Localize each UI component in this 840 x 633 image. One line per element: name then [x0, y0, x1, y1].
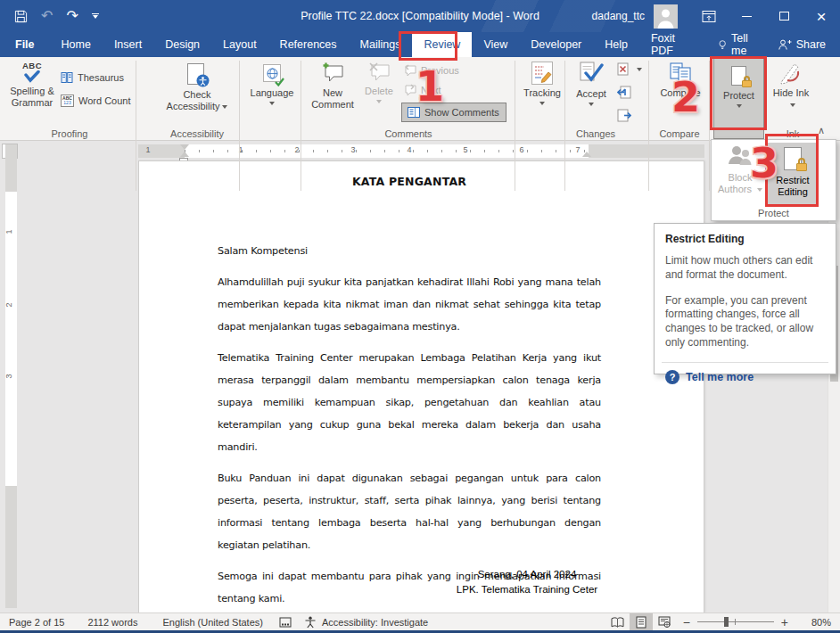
help-question-icon: ? [665, 370, 679, 384]
horizontal-ruler[interactable]: 1 1 2 3 4 5 6 7 [138, 144, 704, 158]
tab-design[interactable]: Design [153, 32, 211, 57]
word-count-indicator[interactable]: 2112 words [87, 617, 137, 628]
close-button[interactable]: × [803, 0, 840, 32]
compare-icon [669, 62, 692, 85]
accept-button[interactable]: Accept [569, 59, 614, 106]
thesaurus-book-icon [61, 71, 73, 84]
spelling-grammar-button[interactable]: ABC Spelling & Grammar [5, 59, 59, 109]
document-page[interactable]: KATA PENGANTAR Salam Kompetensi Alhamdul… [138, 160, 704, 612]
protect-dropdown-menu: Block Authors Restrict Editing Protect [711, 139, 836, 221]
tracking-button[interactable]: Tracking [520, 59, 564, 105]
block-authors-button[interactable]: Block Authors [715, 143, 765, 205]
tooltip-text-2: For example, you can prevent formatting … [665, 294, 825, 350]
accessibility-status[interactable]: Accessibility: Investigate [304, 616, 428, 629]
tell-me-button[interactable]: Tell me [709, 32, 769, 57]
tooltip-title: Restrict Editing [665, 233, 825, 245]
right-indent-marker[interactable] [582, 152, 591, 157]
check-accessibility-button[interactable]: Check Accessibility [164, 59, 230, 112]
tab-mailings[interactable]: Mailings [349, 32, 413, 57]
zoom-slider[interactable] [697, 613, 774, 630]
signature-org: LPK. Telematika Training Ceter [380, 582, 674, 597]
undo-icon[interactable]: ↶ [41, 9, 53, 23]
show-comments-button[interactable]: Show Comments [401, 103, 506, 122]
vertical-ruler[interactable]: 1 2 3 [5, 144, 17, 608]
tell-me-more-link[interactable]: ? Tell me more [665, 370, 825, 384]
minimize-button[interactable] [728, 0, 765, 32]
new-comment-button[interactable]: New Comment [308, 59, 358, 111]
delete-comment-icon [367, 62, 391, 83]
ruler-mark: 4 [407, 145, 411, 154]
avatar[interactable] [654, 4, 678, 29]
first-line-indent-marker[interactable] [180, 144, 189, 150]
thesaurus-button[interactable]: Thesaurus [61, 71, 124, 84]
language-indicator[interactable]: English (United States) [162, 617, 263, 628]
save-icon[interactable] [14, 10, 28, 23]
ribbon-display-options-icon[interactable] [690, 0, 728, 32]
reject-dropdown-chevron [637, 68, 642, 71]
accessibility-icon [304, 616, 317, 629]
ruler-mark: 2 [294, 145, 299, 154]
read-mode-button[interactable] [606, 613, 630, 630]
previous-change-button[interactable] [617, 86, 631, 99]
tab-file[interactable]: File [0, 32, 50, 57]
customize-qat-icon[interactable] [92, 13, 99, 19]
web-layout-button[interactable] [653, 613, 676, 630]
redo-icon[interactable]: ↷ [66, 9, 78, 23]
compare-button[interactable]: Compare [655, 59, 706, 105]
ruler-mark: 3 [4, 374, 13, 378]
restrict-editing-tooltip: Restrict Editing Limit how much others c… [654, 223, 836, 374]
signature-block: Serang, 04 April 2024 LPK. Telematika Tr… [380, 567, 674, 597]
zoom-level[interactable]: 80% [795, 617, 831, 628]
maximize-button[interactable] [765, 0, 803, 32]
spelling-abc-check-icon: ABC [22, 62, 42, 83]
previous-comment-button[interactable]: Previous [403, 64, 459, 76]
collapse-ribbon-button[interactable]: ∧ [818, 125, 825, 136]
next-change-button[interactable] [617, 109, 631, 122]
ribbon: ABC Spelling & Grammar Thesaurus ABC 123… [0, 57, 840, 141]
language-button[interactable]: Language [246, 59, 298, 105]
protect-button[interactable]: Protect [713, 58, 764, 139]
ruler-mark: 7 [575, 145, 580, 154]
group-label-ink: Ink [786, 128, 800, 139]
tab-home[interactable]: Home [50, 32, 103, 57]
previous-comment-icon [403, 64, 416, 76]
document-heading: KATA PENGANTAR [218, 175, 601, 188]
hide-ink-button[interactable]: Hide Ink [769, 59, 813, 111]
hanging-indent-marker[interactable] [180, 152, 189, 157]
reject-change-button[interactable] [617, 62, 642, 76]
zoom-out-button[interactable]: − [676, 615, 697, 629]
share-button[interactable]: Share [769, 38, 835, 51]
previous-change-icon [617, 86, 631, 99]
document-text: KATA PENGANTAR Salam Kompetensi Alhamdul… [218, 161, 601, 619]
group-label-compare: Compare [659, 128, 699, 139]
language-globe-icon [262, 62, 282, 85]
ruler-mark: 5 [463, 145, 467, 154]
ruler-mark: 1 [145, 145, 150, 154]
word-window: ↶ ↷ Profile TTC 22.docx [Compatibility M… [0, 0, 840, 633]
tab-layout[interactable]: Layout [211, 32, 268, 57]
zoom-in-button[interactable]: + [774, 615, 795, 629]
new-comment-icon [320, 62, 345, 85]
word-count-icon: ABC 123 [61, 95, 74, 107]
tab-foxit-pdf[interactable]: Foxit PDF [639, 32, 709, 57]
tab-developer[interactable]: Developer [519, 32, 593, 57]
page-indicator[interactable]: Page 2 of 15 [9, 617, 64, 628]
tracking-icon [531, 62, 553, 85]
macro-record-icon[interactable] [279, 617, 292, 628]
status-bar: Page 2 of 15 2112 words English (United … [0, 612, 840, 633]
paragraph: Buku Panduan ini dapat digunakan sebagai… [218, 467, 601, 556]
tab-references[interactable]: References [268, 32, 349, 57]
accept-check-icon [579, 62, 604, 86]
tab-view[interactable]: View [472, 32, 519, 57]
tab-insert[interactable]: Insert [103, 32, 153, 57]
next-comment-button[interactable]: Next [403, 84, 441, 95]
word-count-button[interactable]: ABC 123 Word Count [61, 95, 131, 107]
user-name[interactable]: dadang_ttc [592, 10, 645, 22]
print-layout-button[interactable] [630, 613, 653, 630]
tab-help[interactable]: Help [593, 32, 639, 57]
tab-review[interactable]: Review [412, 32, 472, 57]
zoom-slider-thumb[interactable] [724, 617, 729, 627]
restrict-editing-button[interactable]: Restrict Editing [768, 143, 818, 205]
delete-comment-button[interactable]: Delete [359, 59, 399, 103]
ruler-mark: 6 [519, 145, 523, 154]
